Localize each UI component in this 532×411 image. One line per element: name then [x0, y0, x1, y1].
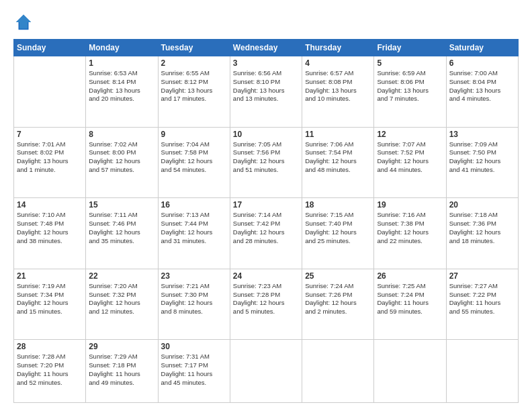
calendar-week-row: 14Sunrise: 7:10 AM Sunset: 7:48 PM Dayli… — [14, 198, 519, 269]
weekday-header: Friday — [374, 40, 446, 56]
day-number: 15 — [89, 200, 154, 210]
day-info: Sunrise: 7:19 AM Sunset: 7:34 PM Dayligh… — [17, 282, 83, 316]
day-info: Sunrise: 7:27 AM Sunset: 7:22 PM Dayligh… — [449, 282, 515, 316]
day-number: 10 — [233, 130, 299, 139]
day-info: Sunrise: 7:14 AM Sunset: 7:42 PM Dayligh… — [233, 211, 299, 245]
day-number: 5 — [377, 58, 443, 68]
weekday-header: Monday — [86, 40, 158, 56]
calendar-cell — [374, 340, 446, 403]
calendar-cell: 30Sunrise: 7:31 AM Sunset: 7:17 PM Dayli… — [158, 340, 230, 403]
calendar-cell: 1Sunrise: 6:53 AM Sunset: 8:14 PM Daylig… — [86, 56, 158, 128]
day-number: 27 — [449, 271, 515, 281]
day-number: 23 — [161, 271, 227, 281]
day-number: 30 — [161, 342, 227, 351]
calendar-cell: 21Sunrise: 7:19 AM Sunset: 7:34 PM Dayli… — [14, 269, 86, 340]
calendar-cell: 10Sunrise: 7:05 AM Sunset: 7:56 PM Dayli… — [230, 127, 302, 198]
day-number: 2 — [161, 58, 227, 68]
day-number: 22 — [89, 271, 154, 281]
calendar-cell: 17Sunrise: 7:14 AM Sunset: 7:42 PM Dayli… — [230, 198, 302, 269]
calendar-cell: 15Sunrise: 7:11 AM Sunset: 7:46 PM Dayli… — [86, 198, 158, 269]
calendar-cell: 27Sunrise: 7:27 AM Sunset: 7:22 PM Dayli… — [446, 269, 518, 340]
day-info: Sunrise: 6:57 AM Sunset: 8:08 PM Dayligh… — [305, 69, 371, 103]
calendar-cell: 29Sunrise: 7:29 AM Sunset: 7:18 PM Dayli… — [86, 340, 158, 403]
day-info: Sunrise: 7:09 AM Sunset: 7:50 PM Dayligh… — [449, 140, 515, 175]
weekday-header: Tuesday — [158, 40, 230, 56]
day-info: Sunrise: 6:55 AM Sunset: 8:12 PM Dayligh… — [161, 69, 227, 103]
day-info: Sunrise: 7:07 AM Sunset: 7:52 PM Dayligh… — [377, 140, 443, 175]
day-number: 12 — [377, 130, 443, 139]
day-info: Sunrise: 6:56 AM Sunset: 8:10 PM Dayligh… — [233, 69, 299, 103]
calendar-week-row: 1Sunrise: 6:53 AM Sunset: 8:14 PM Daylig… — [14, 56, 519, 128]
calendar-week-row: 28Sunrise: 7:28 AM Sunset: 7:20 PM Dayli… — [14, 340, 519, 403]
day-info: Sunrise: 7:29 AM Sunset: 7:18 PM Dayligh… — [89, 353, 154, 387]
calendar-cell: 22Sunrise: 7:20 AM Sunset: 7:32 PM Dayli… — [86, 269, 158, 340]
weekday-header: Sunday — [14, 40, 86, 56]
day-info: Sunrise: 7:02 AM Sunset: 8:00 PM Dayligh… — [89, 140, 154, 175]
day-info: Sunrise: 7:10 AM Sunset: 7:48 PM Dayligh… — [17, 211, 83, 245]
header — [13, 12, 519, 32]
day-number: 24 — [233, 271, 299, 281]
day-number: 13 — [449, 130, 515, 139]
day-number: 9 — [161, 130, 227, 139]
day-number: 16 — [161, 200, 227, 210]
day-number: 6 — [449, 58, 515, 68]
calendar-cell: 19Sunrise: 7:16 AM Sunset: 7:38 PM Dayli… — [374, 198, 446, 269]
day-info: Sunrise: 6:59 AM Sunset: 8:06 PM Dayligh… — [377, 69, 443, 103]
calendar-cell — [302, 340, 374, 403]
day-info: Sunrise: 7:06 AM Sunset: 7:54 PM Dayligh… — [305, 140, 371, 175]
calendar-cell: 4Sunrise: 6:57 AM Sunset: 8:08 PM Daylig… — [302, 56, 374, 128]
calendar-cell — [446, 340, 518, 403]
calendar-cell: 2Sunrise: 6:55 AM Sunset: 8:12 PM Daylig… — [158, 56, 230, 128]
calendar-cell: 13Sunrise: 7:09 AM Sunset: 7:50 PM Dayli… — [446, 127, 518, 198]
day-number: 3 — [233, 58, 299, 68]
day-number: 11 — [305, 130, 371, 139]
logo — [13, 12, 36, 32]
page: SundayMondayTuesdayWednesdayThursdayFrid… — [0, 0, 532, 411]
day-info: Sunrise: 7:00 AM Sunset: 8:04 PM Dayligh… — [449, 69, 515, 103]
calendar-cell: 9Sunrise: 7:04 AM Sunset: 7:58 PM Daylig… — [158, 127, 230, 198]
day-number: 29 — [89, 342, 154, 351]
calendar-cell: 8Sunrise: 7:02 AM Sunset: 8:00 PM Daylig… — [86, 127, 158, 198]
weekday-header: Saturday — [446, 40, 518, 56]
day-number: 4 — [305, 58, 371, 68]
calendar-cell: 11Sunrise: 7:06 AM Sunset: 7:54 PM Dayli… — [302, 127, 374, 198]
calendar-cell — [14, 56, 86, 128]
calendar-cell: 7Sunrise: 7:01 AM Sunset: 8:02 PM Daylig… — [14, 127, 86, 198]
day-info: Sunrise: 7:28 AM Sunset: 7:20 PM Dayligh… — [17, 353, 83, 387]
day-info: Sunrise: 7:13 AM Sunset: 7:44 PM Dayligh… — [161, 211, 227, 245]
weekday-header: Thursday — [302, 40, 374, 56]
calendar-cell: 12Sunrise: 7:07 AM Sunset: 7:52 PM Dayli… — [374, 127, 446, 198]
day-info: Sunrise: 7:20 AM Sunset: 7:32 PM Dayligh… — [89, 282, 154, 316]
day-info: Sunrise: 7:25 AM Sunset: 7:24 PM Dayligh… — [377, 282, 443, 316]
calendar-cell — [230, 340, 302, 403]
day-number: 7 — [17, 130, 83, 139]
day-number: 17 — [233, 200, 299, 210]
day-number: 8 — [89, 130, 154, 139]
day-number: 14 — [17, 200, 83, 210]
calendar-cell: 16Sunrise: 7:13 AM Sunset: 7:44 PM Dayli… — [158, 198, 230, 269]
weekday-header: Wednesday — [230, 40, 302, 56]
calendar-cell: 5Sunrise: 6:59 AM Sunset: 8:06 PM Daylig… — [374, 56, 446, 128]
day-info: Sunrise: 7:16 AM Sunset: 7:38 PM Dayligh… — [377, 211, 443, 245]
calendar-cell: 24Sunrise: 7:23 AM Sunset: 7:28 PM Dayli… — [230, 269, 302, 340]
calendar-cell: 14Sunrise: 7:10 AM Sunset: 7:48 PM Dayli… — [14, 198, 86, 269]
day-info: Sunrise: 7:31 AM Sunset: 7:17 PM Dayligh… — [161, 353, 227, 387]
day-number: 20 — [449, 200, 515, 210]
day-info: Sunrise: 7:23 AM Sunset: 7:28 PM Dayligh… — [233, 282, 299, 316]
svg-marker-1 — [16, 15, 32, 29]
calendar-cell: 18Sunrise: 7:15 AM Sunset: 7:40 PM Dayli… — [302, 198, 374, 269]
day-info: Sunrise: 7:01 AM Sunset: 8:02 PM Dayligh… — [17, 140, 83, 175]
calendar-cell: 6Sunrise: 7:00 AM Sunset: 8:04 PM Daylig… — [446, 56, 518, 128]
day-info: Sunrise: 7:15 AM Sunset: 7:40 PM Dayligh… — [305, 211, 371, 245]
day-number: 26 — [377, 271, 443, 281]
calendar-header-row: SundayMondayTuesdayWednesdayThursdayFrid… — [14, 40, 519, 56]
calendar-table: SundayMondayTuesdayWednesdayThursdayFrid… — [13, 39, 519, 403]
day-number: 1 — [89, 58, 154, 68]
day-info: Sunrise: 7:05 AM Sunset: 7:56 PM Dayligh… — [233, 140, 299, 175]
logo-icon — [13, 12, 34, 32]
day-number: 28 — [17, 342, 83, 351]
calendar-cell: 26Sunrise: 7:25 AM Sunset: 7:24 PM Dayli… — [374, 269, 446, 340]
calendar-week-row: 7Sunrise: 7:01 AM Sunset: 8:02 PM Daylig… — [14, 127, 519, 198]
day-info: Sunrise: 6:53 AM Sunset: 8:14 PM Dayligh… — [89, 69, 154, 103]
calendar-cell: 23Sunrise: 7:21 AM Sunset: 7:30 PM Dayli… — [158, 269, 230, 340]
